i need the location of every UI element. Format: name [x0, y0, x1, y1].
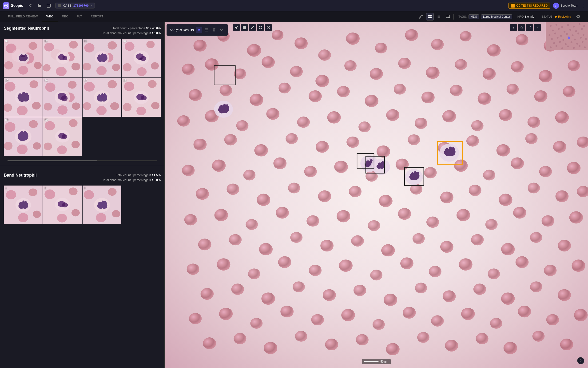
cell-number-84: 84 — [123, 40, 126, 43]
svg-point-247 — [400, 257, 413, 269]
tab-plt[interactable]: PLT — [72, 11, 86, 22]
analysis-title: Analysis Results — [170, 28, 194, 32]
svg-point-120 — [375, 43, 387, 54]
tab-full-field[interactable]: FULL FIELD REVIEW — [4, 11, 42, 22]
help-button[interactable]: ? — [577, 357, 584, 364]
zoom-fit-btn[interactable] — [526, 24, 533, 31]
svg-point-165 — [415, 118, 427, 129]
band-cell-image-3[interactable]: 3 — [83, 185, 121, 224]
svg-point-199 — [196, 188, 209, 200]
folder-icon[interactable] — [35, 2, 43, 9]
view-list-icon[interactable] — [435, 13, 443, 20]
svg-point-172 — [224, 134, 237, 146]
settings-icon[interactable] — [575, 13, 581, 20]
svg-point-91 — [62, 134, 67, 139]
band-neutrophil-grid: 1 2 — [4, 185, 161, 224]
svg-point-167 — [471, 120, 483, 131]
segmented-neutrophil-group: Segmented Neutrophil Total count / perce… — [0, 22, 164, 161]
svg-point-259 — [353, 285, 366, 296]
micro-measure-btn[interactable] — [265, 24, 272, 31]
svg-point-284 — [295, 331, 307, 342]
analysis-actions — [196, 27, 225, 33]
cell-image-82[interactable]: 82 — [43, 39, 82, 77]
cell-number-83: 83 — [84, 40, 87, 43]
svg-point-142 — [568, 60, 580, 71]
analysis-collapse-btn[interactable] — [218, 27, 225, 33]
svg-point-275 — [431, 315, 444, 327]
svg-point-223 — [485, 219, 498, 230]
analysis-delete-btn[interactable] — [211, 27, 217, 33]
tab-rbc[interactable]: RBC — [58, 11, 72, 22]
band-cell-image-1[interactable]: 1 — [4, 185, 43, 224]
band-total-count-value: 3 / 1.5% — [149, 173, 161, 177]
svg-point-332 — [585, 38, 587, 40]
svg-point-256 — [261, 292, 275, 305]
cell-image-84[interactable]: 84 — [122, 39, 161, 77]
micro-annotate-btn[interactable] — [241, 24, 248, 31]
total-abnormal-value: 0 / 0.0% — [149, 31, 161, 35]
tag-large-medical[interactable]: Large Medical Center — [481, 14, 512, 19]
analysis-expand-btn[interactable] — [203, 27, 210, 33]
cell-image-87[interactable]: 87 — [83, 78, 121, 117]
svg-point-123 — [460, 31, 472, 41]
analysis-cursor-btn[interactable] — [196, 27, 202, 33]
svg-point-242 — [248, 268, 260, 279]
view-image-icon[interactable] — [444, 13, 452, 20]
tab-wbc[interactable]: WBC — [42, 11, 58, 22]
top-bar: Scopio CASE 178196769 × ! QC TEST IS REQ… — [0, 0, 588, 11]
svg-point-203 — [318, 191, 331, 202]
total-count-value: 90 / 45.0% — [146, 26, 161, 30]
svg-point-281 — [203, 337, 216, 349]
svg-point-229 — [259, 243, 272, 255]
tag-mds[interactable]: MDS — [468, 14, 479, 19]
cell-image-90[interactable]: 90 — [43, 117, 82, 156]
cell-image-83[interactable]: 83 — [83, 39, 121, 77]
micro-draw-btn[interactable] — [249, 24, 256, 31]
zoom-home-btn[interactable] — [518, 24, 525, 31]
cell-image-81[interactable]: 81 — [4, 39, 43, 77]
micro-select-btn[interactable] — [233, 24, 240, 31]
case-close-icon[interactable]: × — [91, 4, 92, 7]
svg-point-185 — [182, 165, 195, 176]
case-icon — [58, 4, 61, 7]
scrollbar-track-1[interactable] — [8, 160, 157, 161]
zoom-in-btn[interactable]: + — [510, 24, 517, 31]
cell-image-86[interactable]: 86 — [43, 78, 82, 117]
svg-point-70 — [136, 107, 146, 115]
svg-point-213 — [184, 214, 197, 225]
more-options-icon[interactable]: ⋮ — [581, 3, 585, 8]
scrollbar-thumb-1[interactable] — [8, 160, 97, 161]
cell-image-88[interactable]: 88 — [122, 78, 161, 117]
svg-point-324 — [577, 32, 579, 34]
band-cell-image-2[interactable]: 2 — [43, 185, 82, 224]
svg-point-288 — [417, 332, 430, 343]
pencil-icon[interactable] — [417, 13, 425, 20]
svg-point-263 — [474, 284, 486, 295]
user-info: ST Scopio Team — [553, 3, 578, 9]
tab-report[interactable]: REPORT — [86, 11, 107, 22]
cell-image-89[interactable]: 89 — [4, 117, 43, 156]
svg-point-260 — [384, 294, 397, 306]
svg-point-157 — [177, 115, 190, 127]
svg-point-192 — [396, 159, 409, 170]
segmented-neutrophil-title: Segmented Neutrophil — [4, 26, 49, 31]
svg-point-162 — [327, 111, 341, 124]
micro-grid-btn[interactable] — [257, 24, 264, 31]
svg-point-201 — [257, 194, 270, 206]
view-grid-icon[interactable] — [426, 13, 434, 20]
share-icon[interactable] — [26, 2, 34, 9]
calendar-icon[interactable] — [45, 2, 53, 9]
zoom-out-btn[interactable]: − — [534, 24, 541, 31]
user-avatar: ST — [553, 3, 559, 9]
cell-image-85[interactable]: 85 — [4, 78, 43, 117]
svg-point-306 — [550, 25, 552, 27]
svg-point-145 — [250, 94, 263, 106]
svg-point-108 — [108, 188, 116, 196]
svg-point-257 — [293, 281, 305, 292]
cell-number-85: 85 — [5, 79, 8, 82]
svg-point-128 — [182, 64, 195, 75]
svg-point-343 — [573, 47, 575, 49]
case-tab[interactable]: CASE 178196769 × — [55, 3, 95, 9]
band-neutrophil-header: Band Neutrophil Total count / percentage… — [4, 173, 161, 183]
svg-point-187 — [243, 170, 255, 181]
